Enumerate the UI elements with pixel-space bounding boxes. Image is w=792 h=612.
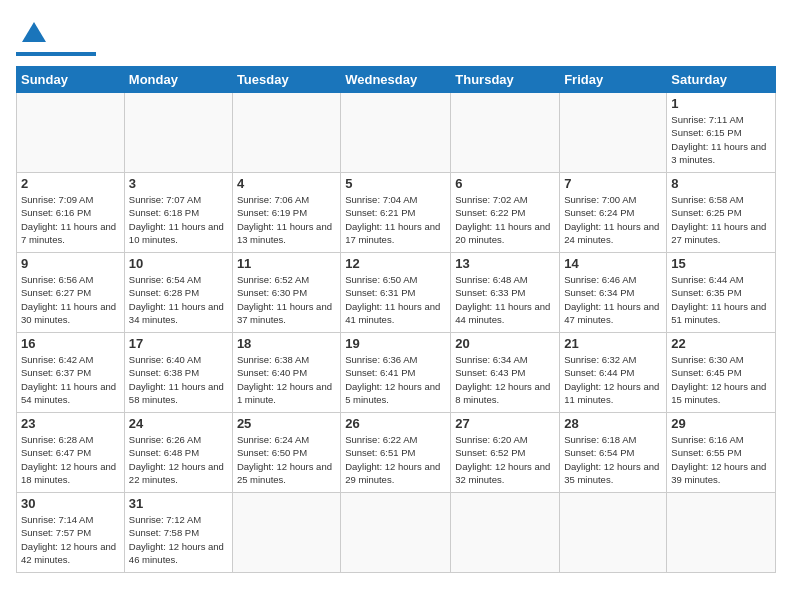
calendar-cell: 16Sunrise: 6:42 AMSunset: 6:37 PMDayligh…	[17, 333, 125, 413]
calendar-cell: 4Sunrise: 7:06 AMSunset: 6:19 PMDaylight…	[232, 173, 340, 253]
logo-bar	[16, 52, 96, 56]
day-info: Sunrise: 7:11 AMSunset: 6:15 PMDaylight:…	[671, 113, 771, 166]
day-number: 31	[129, 496, 228, 511]
calendar-cell: 23Sunrise: 6:28 AMSunset: 6:47 PMDayligh…	[17, 413, 125, 493]
weekday-header-saturday: Saturday	[667, 67, 776, 93]
day-number: 10	[129, 256, 228, 271]
day-number: 9	[21, 256, 120, 271]
day-info: Sunrise: 7:04 AMSunset: 6:21 PMDaylight:…	[345, 193, 446, 246]
day-info: Sunrise: 7:12 AMSunset: 7:58 PMDaylight:…	[129, 513, 228, 566]
calendar-cell	[124, 93, 232, 173]
day-info: Sunrise: 6:40 AMSunset: 6:38 PMDaylight:…	[129, 353, 228, 406]
calendar-cell	[560, 493, 667, 573]
day-number: 8	[671, 176, 771, 191]
day-info: Sunrise: 6:56 AMSunset: 6:27 PMDaylight:…	[21, 273, 120, 326]
day-number: 27	[455, 416, 555, 431]
calendar-cell: 11Sunrise: 6:52 AMSunset: 6:30 PMDayligh…	[232, 253, 340, 333]
calendar-week-6: 30Sunrise: 7:14 AMSunset: 7:57 PMDayligh…	[17, 493, 776, 573]
calendar-cell: 13Sunrise: 6:48 AMSunset: 6:33 PMDayligh…	[451, 253, 560, 333]
calendar-cell: 9Sunrise: 6:56 AMSunset: 6:27 PMDaylight…	[17, 253, 125, 333]
calendar-cell: 29Sunrise: 6:16 AMSunset: 6:55 PMDayligh…	[667, 413, 776, 493]
calendar-cell: 22Sunrise: 6:30 AMSunset: 6:45 PMDayligh…	[667, 333, 776, 413]
day-info: Sunrise: 6:18 AMSunset: 6:54 PMDaylight:…	[564, 433, 662, 486]
calendar-cell	[341, 93, 451, 173]
calendar-week-3: 9Sunrise: 6:56 AMSunset: 6:27 PMDaylight…	[17, 253, 776, 333]
day-info: Sunrise: 6:46 AMSunset: 6:34 PMDaylight:…	[564, 273, 662, 326]
calendar-cell: 5Sunrise: 7:04 AMSunset: 6:21 PMDaylight…	[341, 173, 451, 253]
day-info: Sunrise: 6:34 AMSunset: 6:43 PMDaylight:…	[455, 353, 555, 406]
calendar-cell: 17Sunrise: 6:40 AMSunset: 6:38 PMDayligh…	[124, 333, 232, 413]
day-number: 20	[455, 336, 555, 351]
weekday-header-monday: Monday	[124, 67, 232, 93]
day-info: Sunrise: 6:30 AMSunset: 6:45 PMDaylight:…	[671, 353, 771, 406]
weekday-header-sunday: Sunday	[17, 67, 125, 93]
day-number: 11	[237, 256, 336, 271]
calendar-cell: 25Sunrise: 6:24 AMSunset: 6:50 PMDayligh…	[232, 413, 340, 493]
day-info: Sunrise: 6:38 AMSunset: 6:40 PMDaylight:…	[237, 353, 336, 406]
day-number: 3	[129, 176, 228, 191]
svg-marker-0	[22, 22, 46, 42]
day-number: 7	[564, 176, 662, 191]
calendar-cell	[667, 493, 776, 573]
day-info: Sunrise: 6:32 AMSunset: 6:44 PMDaylight:…	[564, 353, 662, 406]
day-info: Sunrise: 6:20 AMSunset: 6:52 PMDaylight:…	[455, 433, 555, 486]
day-info: Sunrise: 7:07 AMSunset: 6:18 PMDaylight:…	[129, 193, 228, 246]
day-info: Sunrise: 6:36 AMSunset: 6:41 PMDaylight:…	[345, 353, 446, 406]
day-number: 24	[129, 416, 228, 431]
day-number: 21	[564, 336, 662, 351]
day-number: 19	[345, 336, 446, 351]
calendar-cell: 21Sunrise: 6:32 AMSunset: 6:44 PMDayligh…	[560, 333, 667, 413]
day-info: Sunrise: 7:09 AMSunset: 6:16 PMDaylight:…	[21, 193, 120, 246]
calendar-cell	[232, 93, 340, 173]
day-number: 26	[345, 416, 446, 431]
day-info: Sunrise: 6:24 AMSunset: 6:50 PMDaylight:…	[237, 433, 336, 486]
day-number: 16	[21, 336, 120, 351]
calendar-table: SundayMondayTuesdayWednesdayThursdayFrid…	[16, 66, 776, 573]
day-number: 12	[345, 256, 446, 271]
logo	[16, 16, 96, 56]
day-number: 18	[237, 336, 336, 351]
calendar-cell: 18Sunrise: 6:38 AMSunset: 6:40 PMDayligh…	[232, 333, 340, 413]
calendar-cell: 20Sunrise: 6:34 AMSunset: 6:43 PMDayligh…	[451, 333, 560, 413]
calendar-cell: 24Sunrise: 6:26 AMSunset: 6:48 PMDayligh…	[124, 413, 232, 493]
day-info: Sunrise: 6:26 AMSunset: 6:48 PMDaylight:…	[129, 433, 228, 486]
weekday-header-row: SundayMondayTuesdayWednesdayThursdayFrid…	[17, 67, 776, 93]
day-info: Sunrise: 6:50 AMSunset: 6:31 PMDaylight:…	[345, 273, 446, 326]
calendar-cell	[560, 93, 667, 173]
calendar-cell: 6Sunrise: 7:02 AMSunset: 6:22 PMDaylight…	[451, 173, 560, 253]
calendar-week-1: 1Sunrise: 7:11 AMSunset: 6:15 PMDaylight…	[17, 93, 776, 173]
day-number: 2	[21, 176, 120, 191]
day-number: 30	[21, 496, 120, 511]
day-number: 22	[671, 336, 771, 351]
day-number: 14	[564, 256, 662, 271]
calendar-cell	[17, 93, 125, 173]
day-number: 15	[671, 256, 771, 271]
calendar-week-2: 2Sunrise: 7:09 AMSunset: 6:16 PMDaylight…	[17, 173, 776, 253]
day-info: Sunrise: 6:52 AMSunset: 6:30 PMDaylight:…	[237, 273, 336, 326]
calendar-cell: 12Sunrise: 6:50 AMSunset: 6:31 PMDayligh…	[341, 253, 451, 333]
calendar-cell	[451, 493, 560, 573]
day-info: Sunrise: 6:22 AMSunset: 6:51 PMDaylight:…	[345, 433, 446, 486]
page-header	[16, 16, 776, 56]
day-info: Sunrise: 7:02 AMSunset: 6:22 PMDaylight:…	[455, 193, 555, 246]
calendar-cell: 1Sunrise: 7:11 AMSunset: 6:15 PMDaylight…	[667, 93, 776, 173]
calendar-cell: 3Sunrise: 7:07 AMSunset: 6:18 PMDaylight…	[124, 173, 232, 253]
day-info: Sunrise: 6:58 AMSunset: 6:25 PMDaylight:…	[671, 193, 771, 246]
calendar-week-5: 23Sunrise: 6:28 AMSunset: 6:47 PMDayligh…	[17, 413, 776, 493]
calendar-cell: 10Sunrise: 6:54 AMSunset: 6:28 PMDayligh…	[124, 253, 232, 333]
day-info: Sunrise: 6:16 AMSunset: 6:55 PMDaylight:…	[671, 433, 771, 486]
day-info: Sunrise: 6:54 AMSunset: 6:28 PMDaylight:…	[129, 273, 228, 326]
calendar-cell	[341, 493, 451, 573]
day-number: 25	[237, 416, 336, 431]
day-number: 1	[671, 96, 771, 111]
weekday-header-wednesday: Wednesday	[341, 67, 451, 93]
day-info: Sunrise: 6:44 AMSunset: 6:35 PMDaylight:…	[671, 273, 771, 326]
day-number: 29	[671, 416, 771, 431]
day-info: Sunrise: 6:28 AMSunset: 6:47 PMDaylight:…	[21, 433, 120, 486]
weekday-header-thursday: Thursday	[451, 67, 560, 93]
calendar-cell	[232, 493, 340, 573]
weekday-header-tuesday: Tuesday	[232, 67, 340, 93]
day-number: 5	[345, 176, 446, 191]
logo-icon	[20, 18, 48, 46]
calendar-cell: 28Sunrise: 6:18 AMSunset: 6:54 PMDayligh…	[560, 413, 667, 493]
